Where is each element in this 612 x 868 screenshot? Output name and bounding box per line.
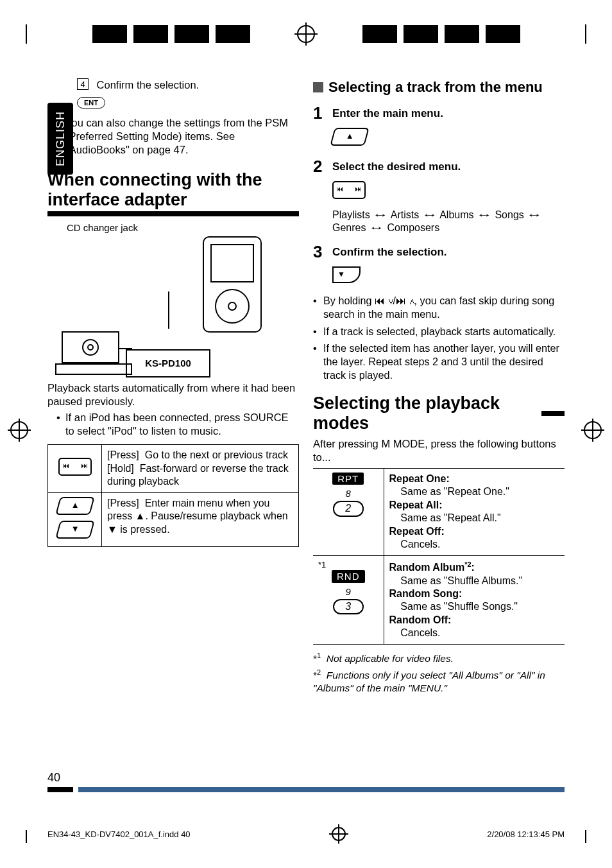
note-layer: If the selected item has another layer, …	[313, 342, 565, 381]
action-key: [Press]	[107, 449, 139, 460]
action-key: [Press]	[107, 498, 139, 508]
step-4: 4 Confirm the selection.	[77, 78, 299, 92]
heading-select-track: Selecting a track from the menu	[328, 78, 543, 96]
down-button-icon	[332, 266, 361, 283]
control-table: [Press] Go to the next or previous track…	[47, 444, 299, 546]
table-row: [Press] Go to the next or previous track…	[48, 445, 299, 492]
rnd-label: RND	[332, 570, 365, 582]
ent-button-graphic: ENT	[77, 97, 105, 108]
mode-line-text: Same as "Shuffle Albums."	[400, 575, 522, 586]
mode-line-text: Same as "Shuffle Songs."	[400, 601, 518, 612]
mode-line-text: Same as "Repeat One."	[400, 486, 509, 497]
step-number: 1	[313, 103, 326, 124]
mode-sup: *1	[318, 560, 378, 571]
mode-line-title: Random Off:	[389, 614, 452, 625]
note-fast-skip: By holding ⏮ ∨/⏭ ∧, you can fast skip du…	[313, 294, 565, 320]
crop-marks-bottom	[0, 833, 612, 840]
mode-line-title: Random Song:	[389, 588, 463, 599]
action-key: [Hold]	[107, 463, 134, 474]
step-text: Enter the main menu.	[332, 107, 443, 121]
step-text: Confirm the selection.	[332, 245, 447, 259]
rocker-button-icon	[58, 458, 92, 476]
ipod-source-note: If an iPod has been connected, press SOU…	[56, 411, 299, 438]
rocker-button-icon	[332, 181, 366, 199]
footnote-2: Functions only if you select "All Albums…	[313, 670, 545, 693]
crop-tick	[26, 24, 27, 44]
table-row: *1 RND 9 3 Random Album*2: Same as "Shuf…	[313, 555, 565, 644]
action-text: Fast-forward or reverse the track during…	[107, 463, 289, 487]
heading-interface-adapter: When connecting with the interface adapt…	[47, 170, 299, 210]
table-row: [Press] Enter main menu when you press ▲…	[48, 492, 299, 546]
registration-mark-right	[584, 421, 602, 439]
mode-line-title: Repeat One:	[389, 473, 450, 484]
note-auto-play: If a track is selected, playback starts …	[313, 325, 565, 338]
playback-auto-text: Playback starts automatically from where…	[47, 381, 299, 408]
head-unit-icon	[55, 327, 132, 375]
cd-changer-jack-icon	[82, 339, 99, 356]
action-text: Go to the next or previous track	[145, 449, 288, 460]
heading-bar	[541, 411, 565, 416]
mode-line-title: Random Album*2:	[389, 562, 475, 573]
step-number: 2	[313, 156, 326, 177]
page-number: 40	[47, 771, 60, 784]
num-button-icon: 3	[333, 599, 364, 614]
footnote-1: Not applicable for video files.	[327, 653, 454, 664]
heading-playback-modes: Selecting the playback modes	[313, 394, 536, 433]
registration-mark-left	[10, 421, 28, 439]
diagram-label: CD changer jack	[67, 221, 299, 234]
up-button-icon	[55, 497, 95, 515]
connection-diagram: KS-PD100	[54, 236, 266, 378]
mode-line-title: Repeat Off:	[389, 526, 445, 537]
down-button-icon	[55, 521, 95, 539]
step-text: Select the desired menu.	[332, 160, 461, 174]
step-4-text: Confirm the selection.	[97, 79, 200, 91]
menu-cycle: Playlists ↔ Artists ↔ Albums ↔ Songs ↔ G…	[332, 209, 565, 235]
heading-underline	[47, 211, 299, 216]
mode-line-text: Cancels.	[400, 627, 440, 638]
modes-table: RPT 8 2 Repeat One: Same as "Repeat One.…	[313, 468, 565, 645]
color-blocks-left	[92, 25, 250, 43]
playback-modes-intro: After pressing M MODE, press the followi…	[313, 437, 565, 464]
up-button-icon	[330, 128, 370, 146]
table-row: RPT 8 2 Repeat One: Same as "Repeat One.…	[313, 468, 565, 555]
footnotes: *1 Not applicable for video files. *2 Fu…	[313, 651, 565, 695]
adapter-box: KS-PD100	[126, 349, 210, 378]
page-footer: 40	[47, 771, 565, 792]
crop-tick	[585, 24, 586, 44]
mode-digit: 8	[318, 487, 378, 499]
section-bullet-icon	[313, 82, 323, 92]
psm-note: You can also change the settings from th…	[56, 116, 299, 157]
mode-line-text: Cancels.	[400, 539, 440, 550]
crop-marks-top	[0, 23, 612, 45]
step-number: 3	[313, 241, 326, 263]
mode-line-title: Repeat All:	[389, 499, 443, 510]
num-button-icon: 2	[333, 501, 364, 516]
registration-mark	[297, 25, 315, 43]
rpt-label: RPT	[332, 473, 364, 485]
ipod-icon	[203, 236, 262, 333]
step-number-box: 4	[77, 78, 89, 90]
mode-digit: 9	[318, 586, 378, 598]
color-blocks-right	[362, 25, 520, 43]
mode-line-text: Same as "Repeat All."	[400, 512, 500, 523]
